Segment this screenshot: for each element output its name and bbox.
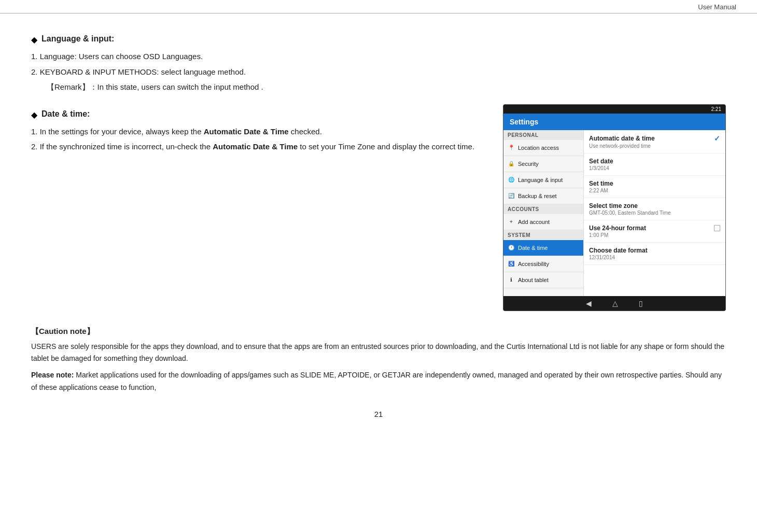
screenshot-container: 2:21 Settings PERSONAL 📍 Location access: [503, 104, 726, 311]
section2-heading: Date & time:: [41, 109, 90, 119]
back-nav-icon[interactable]: ◀: [586, 299, 592, 307]
status-bar: 2:21: [503, 105, 725, 114]
recent-nav-icon[interactable]: ▯: [639, 299, 643, 307]
section1-remark: 【Remark】：In this state, users can switch…: [47, 80, 726, 94]
info-icon: ℹ: [508, 276, 515, 284]
header: User Manual: [0, 0, 757, 13]
menu-add-account[interactable]: + Add account: [503, 214, 583, 230]
menu-security[interactable]: 🔒 Security: [503, 156, 583, 172]
section2-item-2: 2. If the synchronized time is incorrect…: [31, 140, 482, 153]
home-nav-icon[interactable]: △: [612, 299, 618, 307]
right-panel: Automatic date & time ✓ Use network-prov…: [584, 130, 725, 296]
right-timezone: Select time zone GMT-05:00, Eastern Stan…: [584, 198, 725, 220]
section1-title: ◆ Language & input:: [31, 34, 726, 45]
nav-bar: ◀ △ ▯: [503, 296, 725, 311]
language-icon: 🌐: [508, 176, 515, 184]
section2-area: ◆ Date & time: 1. In the settings for yo…: [31, 104, 726, 311]
right-auto-date: Automatic date & time ✓ Use network-prov…: [584, 130, 725, 153]
section1-heading: Language & input:: [41, 34, 114, 44]
menu-accessibility[interactable]: ♿ Accessibility: [503, 256, 583, 272]
section2-content: 1. In the settings for your device, alwa…: [31, 125, 482, 153]
location-icon: 📍: [508, 144, 515, 151]
accounts-label: ACCOUNTS: [503, 204, 583, 214]
bullet-icon-1: ◆: [31, 35, 37, 45]
accessibility-icon: ♿: [508, 260, 515, 268]
menu-language[interactable]: 🌐 Language & input: [503, 172, 583, 188]
right-set-time: Set time 2:22 AM: [584, 176, 725, 198]
right-set-date: Set date 1/3/2014: [584, 153, 725, 176]
section1-item-1: 1. Language: Users can choose OSD Langua…: [31, 50, 726, 63]
section2-item-1: 1. In the settings for your device, alwa…: [31, 125, 482, 138]
personal-label: PERSONAL: [503, 130, 583, 140]
section1-content: 1. Language: Users can choose OSD Langua…: [31, 50, 726, 94]
menu-date-time[interactable]: 🕐 Date & time: [503, 240, 583, 256]
add-icon: +: [508, 218, 515, 226]
menu-backup[interactable]: 🔄 Backup & reset: [503, 188, 583, 204]
header-title: User Manual: [698, 3, 736, 11]
android-screenshot: 2:21 Settings PERSONAL 📍 Location access: [503, 104, 726, 311]
menu-location[interactable]: 📍 Location access: [503, 140, 583, 156]
title-bar: Settings: [503, 114, 725, 130]
status-time: 2:21: [711, 106, 721, 112]
clock-icon: 🕐: [508, 244, 515, 251]
page-number: 21: [31, 410, 726, 429]
caution-text1: USERS are solely responsible for the app…: [31, 341, 726, 366]
section2-title: ◆ Date & time:: [31, 109, 482, 120]
android-body: PERSONAL 📍 Location access 🔒 Security 🌐 …: [503, 130, 725, 296]
caution-text2: Please note: Market applications used fo…: [31, 369, 726, 394]
right-24hr: Use 24-hour format 1:00 PM: [584, 220, 725, 243]
security-icon: 🔒: [508, 160, 515, 167]
main-content: ◆ Language & input: 1. Language: Users c…: [0, 13, 757, 444]
menu-about[interactable]: ℹ About tablet: [503, 272, 583, 288]
backup-icon: 🔄: [508, 192, 515, 200]
bullet-icon-2: ◆: [31, 110, 37, 120]
right-date-format: Choose date format 12/31/2014: [584, 243, 725, 265]
checkmark-auto: ✓: [714, 134, 720, 143]
system-label: SYSTEM: [503, 230, 583, 240]
section2-text: ◆ Date & time: 1. In the settings for yo…: [31, 104, 482, 159]
checkbox-24hr[interactable]: [714, 225, 720, 231]
caution-section: 【Caution note】 USERS are solely responsi…: [31, 327, 726, 394]
left-panel: PERSONAL 📍 Location access 🔒 Security 🌐 …: [503, 130, 584, 296]
section1-item-2: 2. KEYBOARD & INPUT METHODS: select lang…: [31, 65, 726, 79]
please-note-label: Please note:: [31, 371, 74, 379]
caution-title: 【Caution note】: [31, 327, 726, 337]
